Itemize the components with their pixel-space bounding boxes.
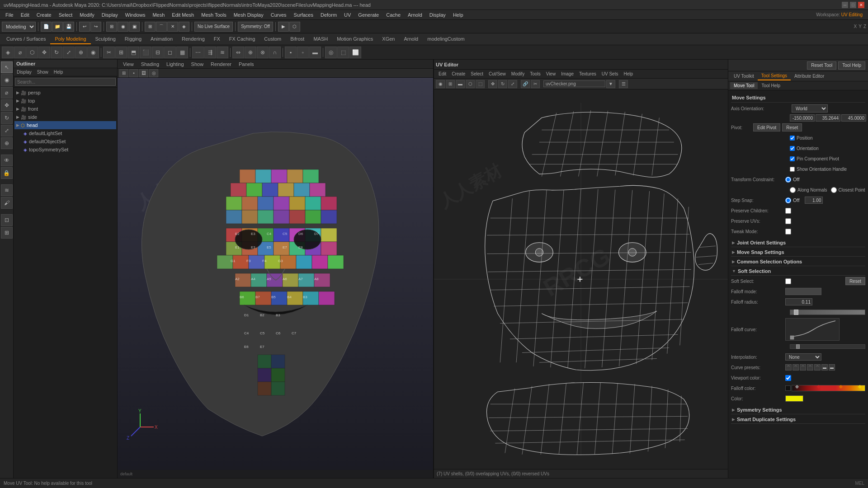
vp-textured-btn[interactable]: 🖼	[139, 69, 148, 77]
uv-editor-content[interactable]: RRCG 人人素材	[434, 89, 728, 469]
tree-item-persp[interactable]: ▶ 🎥 persp	[14, 89, 116, 97]
uv-menu-create[interactable]: Create	[449, 71, 468, 77]
preset-3-btn[interactable]: ⌒	[800, 364, 806, 371]
pin-component-checkbox[interactable]	[790, 156, 795, 161]
transform-constraint-off-radio[interactable]	[785, 177, 791, 183]
uv-select-face-btn[interactable]: ▬	[456, 80, 465, 88]
menu-mesh[interactable]: Mesh	[149, 11, 168, 19]
axis-orientation-dropdown[interactable]: World Object Local	[792, 104, 828, 113]
edge-face-icon[interactable]: ▫	[297, 47, 309, 58]
new-scene-btn[interactable]: 📄	[41, 22, 52, 32]
pin-component-checkbox-label[interactable]: Pin Component Pivot	[790, 156, 839, 161]
fill-hole-icon[interactable]: ◻	[164, 47, 176, 58]
soft-selection-header[interactable]: ▼ Soft Selection	[731, 267, 865, 276]
preset-7-btn[interactable]: ▬	[829, 364, 835, 371]
menu-select[interactable]: Select	[55, 11, 76, 19]
viewport-3d[interactable]: View Shading Lighting Show Renderer Pane…	[118, 60, 434, 478]
wireframe-icon[interactable]: ⬚	[337, 47, 349, 58]
along-normals-radio[interactable]	[790, 187, 796, 193]
render-btn[interactable]: ▶	[278, 22, 289, 32]
select-by-object-btn[interactable]: ◉	[118, 22, 128, 32]
color-handle-2[interactable]	[817, 385, 821, 389]
preserve-uvs-checkbox[interactable]	[785, 218, 791, 224]
position-checkbox[interactable]	[790, 136, 795, 141]
snap-view-btn[interactable]: ◈	[179, 22, 189, 32]
menu-curves[interactable]: Curves	[267, 11, 290, 19]
closest-point-radio[interactable]	[831, 187, 837, 193]
uv-checker-btn[interactable]: ▼	[606, 80, 615, 88]
view-btn[interactable]: ⊞	[1, 227, 13, 239]
snap-grid-btn[interactable]: ⊞	[145, 22, 156, 32]
lasso-tool-icon[interactable]: ⌀	[14, 47, 26, 58]
uv-menu-tools[interactable]: Tools	[527, 71, 543, 77]
vp-shading-menu[interactable]: Shading	[137, 61, 163, 68]
menu-mesh-display[interactable]: Mesh Display	[230, 11, 267, 19]
universal-manip-icon[interactable]: ⊕	[75, 47, 87, 58]
mode-dropdown[interactable]: Modeling	[2, 22, 36, 32]
menu-edit-mesh[interactable]: Edit Mesh	[168, 11, 198, 19]
maximize-button[interactable]: □	[850, 2, 856, 8]
show-orientation-checkbox[interactable]	[790, 167, 795, 172]
orientation-checkbox-label[interactable]: Orientation	[790, 146, 819, 151]
tab-curves-surfaces[interactable]: Curves / Surfaces	[2, 34, 50, 44]
uv-move-btn[interactable]: ✥	[488, 80, 497, 88]
tree-item-head[interactable]: ▶ ⬡ head	[14, 121, 116, 129]
uv-menu-modify[interactable]: Modify	[509, 71, 527, 77]
move-tool-icon[interactable]: ✥	[38, 47, 50, 58]
rotate-tool-btn[interactable]: ↻	[1, 112, 13, 124]
tree-item-front[interactable]: ▶ 🎥 front	[14, 105, 116, 113]
snap-point-btn[interactable]: ✕	[167, 22, 178, 32]
bridge-icon[interactable]: ⊟	[152, 47, 164, 58]
smooth-shade-icon[interactable]: ⬜	[349, 47, 361, 58]
vp-wire-btn[interactable]: ⊞	[119, 69, 128, 77]
vp-view-menu[interactable]: View	[119, 61, 137, 68]
tab-animation[interactable]: Animation	[146, 34, 177, 44]
orientation-checkbox[interactable]	[790, 146, 795, 151]
color-handle-3[interactable]	[839, 385, 842, 389]
preset-2-btn[interactable]: ⌒	[793, 364, 799, 371]
uv-menu-help[interactable]: Help	[621, 71, 636, 77]
color-stop-black[interactable]	[785, 385, 791, 391]
rp-tab-attribute-editor[interactable]: Attribute Editor	[791, 72, 828, 80]
undo-btn[interactable]: ↩	[79, 22, 90, 32]
tool-help-button[interactable]: Tool Help	[838, 61, 865, 70]
ipr-btn[interactable]: ⬡	[289, 22, 300, 32]
tree-item-defaultlightset[interactable]: ◈ defaultLightSet	[14, 129, 116, 137]
rp-tab-tool-settings[interactable]: Tool Settings	[758, 72, 791, 80]
reset-pivot-button[interactable]: Reset	[782, 123, 802, 131]
select-by-hierarchy-btn[interactable]: ⊞	[106, 22, 117, 32]
multi-cut-icon[interactable]: ✂	[103, 47, 115, 58]
falloff-slider-thumb[interactable]	[794, 310, 798, 315]
soft-select-checkbox[interactable]	[785, 278, 791, 284]
menu-uv[interactable]: UV	[340, 11, 354, 19]
menu-create[interactable]: Create	[33, 11, 55, 19]
menu-edit[interactable]: Edit	[17, 11, 33, 19]
connect-tool-icon[interactable]: ⊞	[115, 47, 127, 58]
interpolation-dropdown[interactable]: None Linear Smooth	[785, 353, 821, 361]
tab-poly-modeling[interactable]: Poly Modeling	[50, 34, 90, 44]
color-swatch[interactable]	[785, 395, 803, 402]
y-coord-input[interactable]	[816, 114, 840, 122]
universal-manip-btn[interactable]: ⊕	[1, 137, 13, 149]
menu-display2[interactable]: Display	[426, 11, 449, 19]
uv-sew-btn[interactable]: 🔗	[521, 80, 530, 88]
paint-btn[interactable]: 🖌	[1, 197, 13, 209]
preset-5-btn[interactable]: ⌒	[814, 364, 821, 371]
outliner-menu-display[interactable]: Display	[14, 69, 34, 75]
uv-display-btn[interactable]: ☰	[619, 80, 628, 88]
tab-fx-caching[interactable]: FX Caching	[225, 34, 259, 44]
viewport-color-checkbox[interactable]	[785, 375, 791, 381]
falloff-slider[interactable]	[790, 310, 865, 315]
rp-sub-move-tool[interactable]: Move Tool	[730, 82, 758, 89]
tab-arnold[interactable]: Arnold	[399, 34, 423, 44]
uv-select-edge-btn[interactable]: ⊞	[446, 80, 455, 88]
soft-mod-icon[interactable]: ◉	[87, 47, 99, 58]
close-button[interactable]: ✕	[858, 2, 864, 8]
face-select-icon[interactable]: ▬	[309, 47, 321, 58]
uv-select-uv-btn[interactable]: ⬡	[466, 80, 475, 88]
symmetry-settings-header[interactable]: ▶ Symmetry Settings	[731, 406, 865, 414]
uv-menu-image[interactable]: Image	[558, 71, 576, 77]
paint-select-icon[interactable]: ⬡	[26, 47, 38, 58]
tab-motion-graphics[interactable]: Motion Graphics	[332, 34, 377, 44]
uv-rotate-btn[interactable]: ↻	[498, 80, 507, 88]
